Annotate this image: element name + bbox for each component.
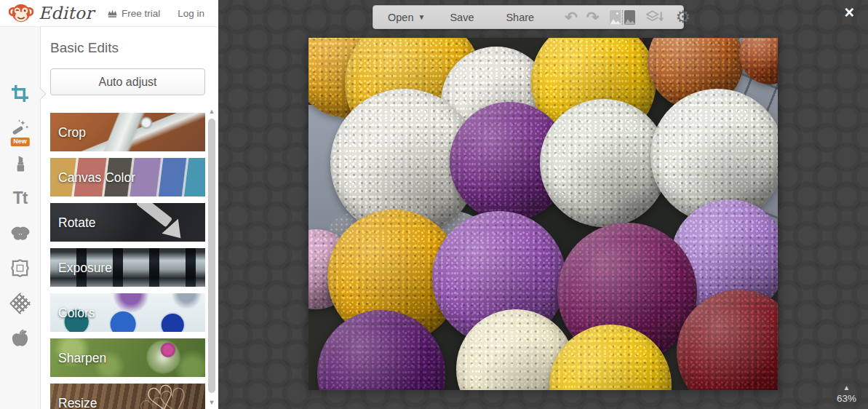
panel-item-label: Sharpen: [58, 350, 106, 365]
zoom-up-arrow-icon: ▲: [837, 384, 856, 392]
scroll-up-arrow-icon[interactable]: ▲: [206, 107, 218, 116]
panel-item-label: Crop: [58, 124, 86, 140]
photo[interactable]: [308, 38, 778, 390]
auto-adjust-button[interactable]: Auto adjust: [50, 68, 205, 95]
tool-overlays[interactable]: [0, 218, 40, 249]
close-icon[interactable]: ×: [840, 4, 859, 22]
crop-icon: [10, 84, 30, 103]
compare-before-after-icon[interactable]: [610, 10, 635, 25]
text-tool-icon: Tt: [13, 188, 28, 208]
lipstick-icon: [11, 154, 30, 174]
tool-crop[interactable]: [0, 78, 40, 109]
chevron-down-icon: ▼: [418, 13, 425, 21]
free-trial-link[interactable]: Free trial: [107, 8, 160, 19]
share-button[interactable]: Share: [506, 12, 534, 23]
panel-title: Basic Edits: [50, 40, 204, 56]
tool-rail: New Tt: [0, 27, 41, 409]
panel-item-rotate[interactable]: Rotate: [50, 203, 205, 242]
flower-ball: [540, 99, 668, 227]
panel-item-exposure[interactable]: Exposure: [50, 248, 205, 287]
panel-item-label: Colors: [58, 305, 95, 320]
gear-icon[interactable]: ⚙: [675, 9, 690, 25]
top-toolbar: Open ▼ Save Share ↶ ↷: [373, 5, 684, 29]
tool-frames[interactable]: [0, 253, 40, 284]
crown-icon: [107, 9, 118, 18]
apple-icon: [10, 328, 30, 349]
scroll-down-arrow-icon[interactable]: ▼: [206, 398, 218, 407]
frame-icon: [10, 258, 30, 278]
panel-item-label: Resize: [58, 395, 97, 409]
panel-item-label: Canvas Color: [58, 170, 135, 185]
panel-item-canvas-color[interactable]: Canvas Color: [50, 158, 205, 196]
tool-text[interactable]: Tt: [0, 183, 40, 214]
left-body: New Tt: [0, 27, 218, 409]
brand-title: Editor: [39, 4, 94, 23]
panel-item-list: Crop Canvas Color Rotate Exposure Colors…: [50, 113, 205, 409]
flatten-layers-icon[interactable]: [646, 9, 664, 25]
panel-scrollbar: ▲ ▼: [206, 106, 218, 409]
panel-item-label: Rotate: [58, 215, 96, 230]
panel-item-colors[interactable]: Colors: [50, 293, 205, 332]
editor-stage: Open ▼ Save Share ↶ ↷: [218, 0, 868, 409]
brand-bar: Editor Free trial Log in: [0, 0, 218, 27]
magic-wand-icon: [10, 119, 30, 138]
tool-themes[interactable]: [0, 322, 40, 354]
left-column: Editor Free trial Log in: [0, 0, 218, 409]
panel-item-sharpen[interactable]: Sharpen: [50, 338, 205, 377]
log-in-link[interactable]: Log in: [178, 8, 204, 19]
zoom-level: 63%: [837, 393, 856, 404]
app-window: Editor Free trial Log in: [0, 0, 868, 409]
open-button[interactable]: Open ▼: [388, 12, 425, 23]
basic-edits-panel: Basic Edits Auto adjust Crop Canvas Colo…: [41, 27, 218, 409]
zoom-control[interactable]: ▲ 63%: [837, 384, 856, 404]
tool-effects[interactable]: New: [0, 113, 40, 144]
new-badge: New: [10, 138, 30, 146]
undo-icon[interactable]: ↶: [565, 9, 578, 25]
texture-icon: [9, 292, 31, 314]
butterfly-icon: [10, 224, 31, 243]
save-button[interactable]: Save: [450, 12, 474, 23]
scrollbar-thumb[interactable]: [208, 119, 215, 393]
tool-textures[interactable]: [0, 287, 40, 319]
panel-item-crop[interactable]: Crop: [50, 113, 205, 151]
tool-touch-up[interactable]: [0, 148, 40, 179]
panel-item-resize[interactable]: Resize: [50, 384, 205, 409]
redo-icon[interactable]: ↷: [586, 9, 600, 25]
panel-item-label: Exposure: [58, 260, 112, 275]
monkey-logo-icon: [9, 2, 33, 24]
